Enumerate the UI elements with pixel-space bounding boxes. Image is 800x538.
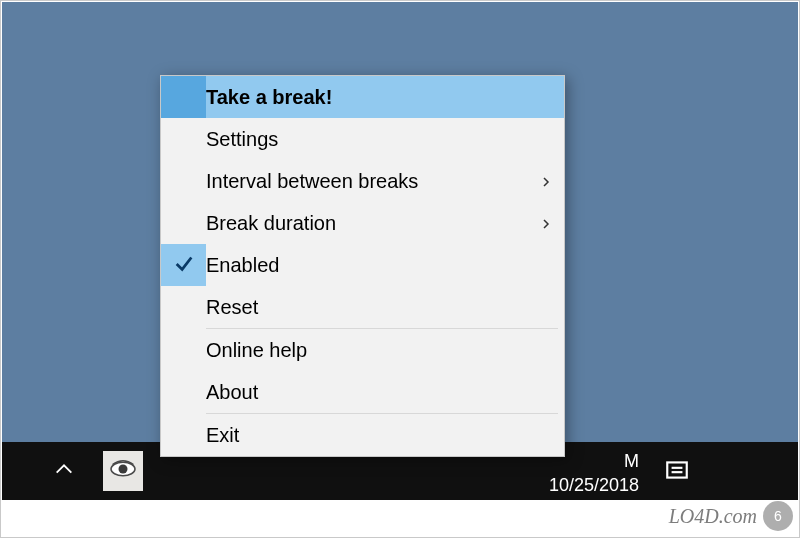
tray-eyeleo-icon[interactable] — [103, 451, 143, 491]
screenshot-frame: M 10/25/2018 Take a break! Settings Inte… — [0, 0, 800, 538]
watermark: LO4D.com 6 — [669, 501, 793, 531]
menu-item-label: Exit — [206, 424, 528, 447]
menu-gutter — [161, 202, 206, 244]
menu-gutter — [161, 244, 206, 286]
menu-gutter — [161, 160, 206, 202]
check-icon — [173, 252, 195, 279]
menu-gutter — [161, 118, 206, 160]
menu-gutter — [161, 414, 206, 456]
chevron-right-icon — [540, 170, 552, 193]
menu-gutter — [161, 286, 206, 328]
eye-icon — [108, 454, 138, 488]
menu-gutter — [161, 329, 206, 371]
svg-point-1 — [119, 465, 128, 474]
menu-item-take-break[interactable]: Take a break! — [161, 76, 564, 118]
watermark-count-badge: 6 — [763, 501, 793, 531]
menu-item-label: Settings — [206, 128, 528, 151]
menu-item-label: Break duration — [206, 212, 528, 235]
menu-item-about[interactable]: About — [161, 371, 564, 413]
watermark-count: 6 — [774, 508, 782, 524]
chevron-right-icon — [540, 212, 552, 235]
notification-center-button[interactable] — [660, 456, 694, 488]
menu-item-exit[interactable]: Exit — [161, 414, 564, 456]
tray-overflow-button[interactable] — [49, 456, 79, 486]
submenu-indicator — [528, 212, 564, 235]
notification-icon — [664, 457, 690, 487]
menu-item-label: Enabled — [206, 254, 528, 277]
menu-item-settings[interactable]: Settings — [161, 118, 564, 160]
menu-item-online-help[interactable]: Online help — [161, 329, 564, 371]
menu-item-duration[interactable]: Break duration — [161, 202, 564, 244]
menu-gutter — [161, 371, 206, 413]
watermark-text: LO4D.com — [669, 505, 757, 528]
taskbar-date: 10/25/2018 — [469, 473, 639, 497]
menu-item-label: About — [206, 381, 528, 404]
menu-item-label: Take a break! — [206, 86, 528, 109]
submenu-indicator — [528, 170, 564, 193]
menu-item-label: Reset — [206, 296, 528, 319]
menu-item-reset[interactable]: Reset — [161, 286, 564, 328]
menu-item-interval[interactable]: Interval between breaks — [161, 160, 564, 202]
svg-rect-2 — [667, 462, 687, 477]
menu-item-enabled[interactable]: Enabled — [161, 244, 564, 286]
menu-item-label: Interval between breaks — [206, 170, 528, 193]
menu-item-label: Online help — [206, 339, 528, 362]
menu-gutter — [161, 76, 206, 118]
chevron-up-icon — [53, 458, 75, 484]
context-menu: Take a break! Settings Interval between … — [160, 75, 565, 457]
